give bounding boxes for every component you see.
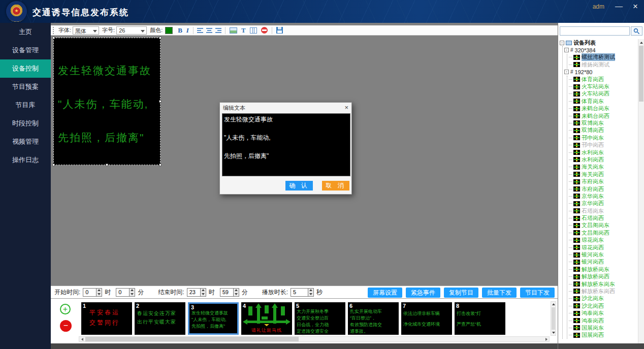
program-thumbnail-1[interactable]: 1平安春运交警同行	[81, 302, 132, 335]
device-item[interactable]: 海关岗东	[569, 164, 637, 171]
device-item[interactable]: 体育岗东	[569, 98, 637, 105]
sidebar-item-主页[interactable]: 主页	[0, 23, 51, 41]
scrollbar-thumb[interactable]	[639, 46, 643, 102]
device-item[interactable]: 京华岗西	[569, 200, 637, 207]
add-program-button[interactable]: +	[60, 304, 71, 314]
device-item[interactable]: 海关岗西	[569, 171, 637, 178]
device-item[interactable]: 螺丝湾桥测试	[569, 54, 637, 61]
device-item[interactable]: 文昌阁岗西	[569, 229, 637, 236]
playlist-vertical-scrollbar[interactable]	[551, 301, 556, 336]
action-button-紧急事件[interactable]: 紧急事件	[406, 288, 440, 298]
device-item[interactable]: 国展岗东	[569, 324, 637, 331]
device-item[interactable]: 琼花岗西	[569, 244, 637, 251]
device-item[interactable]: 体育岗西	[569, 76, 637, 83]
end-hour-stepper[interactable]	[200, 288, 206, 297]
insert-text-button[interactable]: T	[241, 26, 246, 35]
font-select[interactable]: 黑体	[73, 26, 99, 35]
device-item[interactable]: 邗中岗西	[569, 141, 637, 148]
device-item[interactable]: 火车站岗东	[569, 83, 637, 90]
duration-stepper[interactable]	[308, 288, 314, 297]
cancel-button[interactable]: 取 消	[322, 181, 349, 191]
tree-group-192*80[interactable]: -#192*80	[564, 69, 637, 76]
device-item[interactable]: 火车站岗西	[569, 90, 637, 98]
program-thumbnail-3[interactable]: 3发生轻微交通事故"人未伤，车能动,先拍照，后撤离"	[188, 302, 239, 335]
program-thumbnail-5[interactable]: 5大力开展秋冬季交通安全整治百日会战，全力稳定道路交通安全形势！	[295, 302, 345, 335]
minimize-button[interactable]: —	[615, 2, 623, 10]
tree-group-320*384[interactable]: -#320*384	[564, 46, 637, 53]
italic-button[interactable]: I	[186, 26, 189, 35]
device-item[interactable]: 市府岗西	[569, 185, 637, 193]
device-item[interactable]: 解放桥东岗西	[569, 288, 637, 295]
action-button-复制节目[interactable]: 复制节目	[444, 288, 478, 298]
device-item[interactable]: 邗中岗东	[569, 134, 637, 141]
duration-input[interactable]	[291, 288, 308, 297]
device-item[interactable]: 沙北岗东	[569, 295, 637, 302]
resize-handle[interactable]	[52, 164, 55, 166]
remove-program-button[interactable]: −	[60, 320, 72, 332]
resize-handle[interactable]	[159, 164, 162, 166]
end-minute-input[interactable]	[220, 288, 233, 297]
tree-root[interactable]: -设备列表	[560, 39, 637, 46]
sidebar-item-操作日志[interactable]: 操作日志	[0, 151, 51, 169]
sidebar-item-节目预案[interactable]: 节目预案	[0, 78, 51, 96]
program-thumbnail-2[interactable]: 2春运安全连万家出行平安暖大家	[135, 302, 185, 335]
device-item[interactable]: 石塔岗西	[569, 214, 637, 221]
bold-button[interactable]: B	[178, 26, 182, 35]
program-thumbnail-8[interactable]: 8打击改装“灯严查严惩“机	[455, 302, 505, 335]
stop-button[interactable]	[261, 27, 268, 34]
device-item[interactable]: 维扬岗测试	[569, 61, 637, 68]
resize-handle[interactable]	[159, 37, 162, 39]
device-item[interactable]: 市府岗东	[569, 178, 637, 185]
device-tree-scrollbar[interactable]	[638, 39, 644, 349]
scroll-right-icon[interactable]	[543, 337, 549, 341]
device-item[interactable]: 水利岗东	[569, 149, 637, 156]
end-minute-stepper[interactable]	[233, 288, 239, 297]
program-thumbnail-7[interactable]: 7依法治理非标车辆净化城市交通环境	[401, 302, 452, 335]
device-item[interactable]: 解放桥岗西	[569, 273, 637, 280]
device-item[interactable]: 石塔岗东	[569, 207, 637, 214]
device-item[interactable]: 鸿泰岗东	[569, 309, 637, 316]
collapse-icon[interactable]: -	[560, 41, 564, 45]
align-center-button[interactable]	[206, 28, 212, 33]
device-item[interactable]: 银河岗西	[569, 259, 637, 266]
scroll-up-icon[interactable]	[638, 40, 644, 45]
device-item[interactable]: 沙北岗西	[569, 302, 637, 309]
font-size-select[interactable]: 26	[116, 26, 147, 35]
led-preview-canvas[interactable]: 发生轻微交通事故"人未伤，车能动,先拍照，后撤离"	[53, 38, 160, 165]
device-item[interactable]: 京华岗东	[569, 193, 637, 200]
align-right-button[interactable]	[215, 28, 221, 33]
search-input[interactable]	[560, 26, 630, 36]
search-button[interactable]	[631, 26, 642, 36]
end-hour-input[interactable]	[187, 288, 200, 297]
color-swatch[interactable]	[165, 27, 173, 34]
horizontal-scrollbar[interactable]	[79, 336, 550, 342]
device-item[interactable]: 水利岗西	[569, 156, 637, 163]
sidebar-item-时段控制[interactable]: 时段控制	[0, 114, 51, 133]
sidebar-item-设备控制[interactable]: 设备控制	[0, 59, 51, 78]
device-item[interactable]: 文昌阁岗东	[569, 222, 637, 229]
dialog-textarea[interactable]: 发生轻微交通事故 "人未伤，车能动, 先拍照，后撤离"	[222, 113, 350, 176]
resize-handle[interactable]	[159, 100, 162, 103]
resize-handle[interactable]	[52, 37, 55, 39]
dialog-close-icon[interactable]: ×	[344, 104, 348, 111]
scrollbar-thumb[interactable]	[552, 307, 555, 330]
close-button[interactable]: ×	[633, 2, 638, 12]
start-minute-input[interactable]	[116, 288, 129, 297]
start-minute-stepper[interactable]	[129, 288, 135, 297]
align-left-button[interactable]	[197, 28, 203, 33]
collapse-icon[interactable]: -	[564, 48, 569, 52]
scroll-down-icon[interactable]	[551, 330, 556, 335]
start-hour-input[interactable]	[83, 288, 96, 297]
collapse-icon[interactable]: -	[564, 70, 569, 74]
sidebar-item-节目库[interactable]: 节目库	[0, 96, 51, 114]
action-button-批量下发[interactable]: 批量下发	[482, 288, 517, 298]
scrollbar-thumb[interactable]	[85, 337, 299, 341]
device-item[interactable]: 双博岗东	[569, 119, 637, 126]
sidebar-item-视频管理[interactable]: 视频管理	[0, 133, 51, 151]
sidebar-item-设备管理[interactable]: 设备管理	[0, 41, 51, 59]
start-hour-stepper[interactable]	[96, 288, 102, 297]
action-button-节目下发[interactable]: 节目下发	[520, 288, 555, 298]
device-item[interactable]: 来鹤台岗西	[569, 112, 637, 119]
save-button[interactable]	[276, 27, 283, 34]
layout-button[interactable]	[250, 27, 257, 34]
